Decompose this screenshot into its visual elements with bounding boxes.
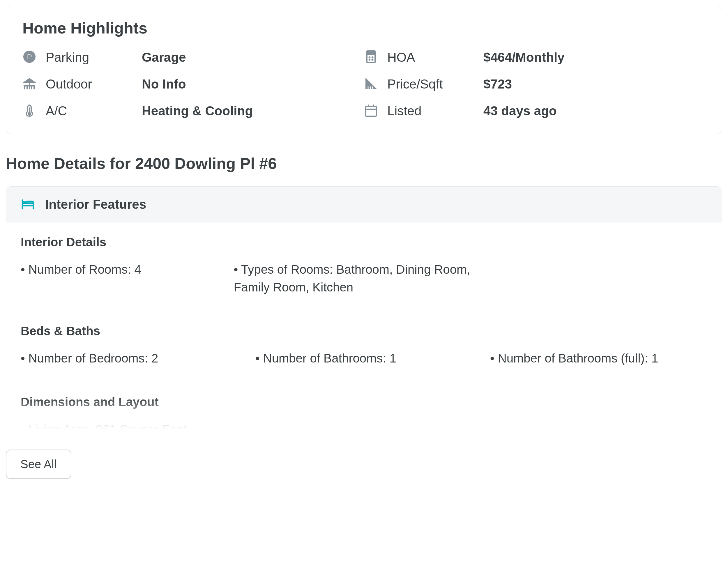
- svg-point-17: [28, 112, 31, 115]
- highlight-value: 43 days ago: [483, 104, 706, 118]
- bed-icon: [21, 197, 35, 212]
- subsection-title: Dimensions and Layout: [21, 395, 707, 409]
- list-item: Number of Bathrooms (full): 1: [490, 350, 707, 367]
- highlight-label: Parking: [46, 50, 142, 65]
- interior-features-wrap: Interior Features Interior Details Numbe…: [6, 186, 722, 435]
- highlight-value: Heating & Cooling: [142, 104, 364, 118]
- svg-rect-3: [367, 51, 375, 54]
- highlight-value: $464/Monthly: [483, 50, 706, 65]
- ac-icon: [22, 103, 46, 118]
- subsection-title: Beds & Baths: [21, 324, 707, 338]
- pricesqft-icon: [364, 77, 387, 92]
- highlight-value: Garage: [142, 50, 364, 65]
- list-item: Living Area: 961 Square Feet: [21, 421, 238, 435]
- bullet-row: Living Area: 961 Square Feet: [21, 421, 707, 435]
- highlights-grid: P Parking Garage HOA $464/Monthly Outdoo…: [22, 50, 706, 118]
- list-item: Types of Rooms: Bathroom, Dining Room, F…: [234, 261, 494, 296]
- interior-features-header: Interior Features: [6, 187, 722, 222]
- list-item: Number of Bedrooms: 2: [21, 350, 238, 367]
- svg-point-6: [369, 59, 370, 61]
- svg-point-4: [369, 57, 370, 58]
- list-item: Number of Rooms: 4: [21, 261, 216, 296]
- subsection-dimensions: Dimensions and Layout Living Area: 961 S…: [6, 382, 722, 435]
- home-details-title: Home Details for 2400 Dowling Pl #6: [6, 154, 722, 172]
- parking-icon: P: [22, 50, 46, 65]
- see-all-button[interactable]: See All: [6, 450, 71, 479]
- highlight-value: $723: [483, 77, 706, 91]
- subsection-beds-baths: Beds & Baths Number of Bedrooms: 2 Numbe…: [6, 311, 722, 382]
- home-highlights-card: Home Highlights P Parking Garage HOA $46…: [6, 6, 722, 134]
- interior-features-heading: Interior Features: [45, 197, 146, 212]
- subsection-title: Interior Details: [21, 235, 707, 249]
- svg-point-5: [372, 57, 373, 58]
- list-item: Number of Bathrooms: 1: [255, 350, 473, 367]
- listed-icon: [364, 103, 387, 118]
- highlight-label: Price/Sqft: [387, 77, 483, 91]
- highlight-value: No Info: [142, 77, 364, 91]
- home-highlights-title: Home Highlights: [22, 19, 706, 37]
- bullet-row: Number of Bedrooms: 2 Number of Bathroom…: [21, 350, 707, 367]
- highlight-label: A/C: [46, 104, 142, 118]
- bullet-row: Number of Rooms: 4 Types of Rooms: Bathr…: [21, 261, 707, 296]
- hoa-icon: [364, 50, 387, 65]
- svg-point-7: [372, 59, 373, 61]
- subsection-interior-details: Interior Details Number of Rooms: 4 Type…: [6, 222, 722, 311]
- highlight-label: HOA: [387, 50, 483, 65]
- svg-text:P: P: [27, 52, 32, 61]
- svg-rect-19: [366, 106, 376, 116]
- outdoor-icon: [22, 77, 46, 92]
- highlight-label: Listed: [387, 104, 483, 118]
- highlight-label: Outdoor: [46, 77, 142, 91]
- interior-features-card: Interior Features Interior Details Numbe…: [6, 186, 722, 435]
